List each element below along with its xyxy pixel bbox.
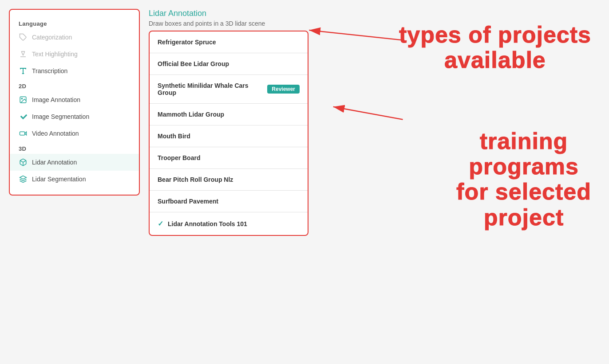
svg-line-3 (23, 51, 25, 55)
svg-rect-9 (20, 132, 25, 135)
project-type-title: Lidar Annotation (149, 9, 600, 18)
lidar-segmentation-icon (19, 175, 28, 184)
text-highlight-icon (19, 50, 28, 59)
lidar-annotation-icon (19, 158, 28, 167)
sidebar-item-lidar-annotation[interactable]: Lidar Annotation (10, 154, 139, 171)
sidebar-item-image-annotation-label: Image Annotation (32, 96, 80, 103)
sidebar-item-video-annotation-label: Video Annotation (32, 130, 79, 137)
check-icon: ✓ (158, 219, 163, 228)
training-item-4-name: Mammoth Lidar Group (158, 111, 224, 118)
training-item-4[interactable]: Mammoth Lidar Group (150, 104, 308, 125)
image-segmentation-icon (19, 112, 28, 121)
content-area: Lidar Annotation Draw boxes and points i… (149, 9, 600, 236)
sidebar-item-categorization-label: Categorization (32, 34, 72, 41)
svg-line-15 (333, 107, 403, 120)
project-type-desc: Draw boxes and points in a 3D lidar scen… (149, 20, 600, 27)
training-item-9-name: Lidar Annotation Tools 101 (168, 220, 247, 227)
transcription-icon (19, 67, 28, 75)
training-item-8[interactable]: Surfboard Pavement (150, 191, 308, 212)
training-item-6-name: Trooper Board (158, 154, 200, 161)
training-item-6[interactable]: Trooper Board (150, 147, 308, 169)
training-item-2[interactable]: Official Bee Lidar Group (150, 53, 308, 75)
training-item-1-name: Refrigerator Spruce (158, 39, 216, 46)
sidebar-item-image-segmentation-label: Image Segmentation (32, 113, 89, 120)
training-item-9[interactable]: ✓ Lidar Annotation Tools 101 (150, 212, 308, 235)
annotation-text-1: types of projectsavailable (399, 22, 591, 73)
training-item-8-name: Surfboard Pavement (158, 198, 218, 205)
training-item-5-name: Mouth Bird (158, 133, 190, 140)
reviewer-badge: Reviewer (267, 85, 300, 94)
training-item-3-name: Synthetic Minilidar Whale Cars Group (158, 82, 259, 96)
svg-point-8 (21, 98, 22, 99)
sidebar-item-categorization[interactable]: Categorization (10, 29, 139, 46)
video-annotation-icon (19, 129, 28, 138)
sidebar-item-text-highlighting[interactable]: Text Highlighting (10, 46, 139, 63)
main-container: Language Categorization Text Highlightin… (0, 0, 609, 245)
training-item-7-name: Bear Pitch Roll Group Nlz (158, 176, 233, 183)
training-item-5[interactable]: Mouth Bird (150, 125, 308, 147)
training-item-3[interactable]: Synthetic Minilidar Whale Cars Group Rev… (150, 75, 308, 104)
svg-line-2 (21, 51, 23, 55)
training-item-2-name: Official Bee Lidar Group (158, 60, 229, 67)
sidebar-item-image-annotation[interactable]: Image Annotation (10, 91, 139, 108)
tag-icon (19, 33, 28, 42)
sidebar-section-language: Language (10, 17, 139, 29)
sidebar-item-transcription[interactable]: Transcription (10, 63, 139, 79)
sidebar-item-transcription-label: Transcription (32, 67, 67, 74)
sidebar-item-lidar-annotation-label: Lidar Annotation (32, 159, 77, 166)
project-type-header: Lidar Annotation Draw boxes and points i… (149, 9, 600, 27)
sidebar-section-2d: 2D (10, 79, 139, 91)
sidebar: Language Categorization Text Highlightin… (9, 9, 140, 196)
sidebar-item-video-annotation[interactable]: Video Annotation (10, 125, 139, 142)
image-annotation-icon (19, 95, 28, 104)
training-item-7[interactable]: Bear Pitch Roll Group Nlz (150, 169, 308, 191)
annotation-text-2: trainingprogramsfor selectedproject (456, 129, 591, 230)
sidebar-item-lidar-segmentation-label: Lidar Segmentation (32, 176, 86, 183)
sidebar-section-3d: 3D (10, 142, 139, 154)
training-list: Refrigerator Spruce Official Bee Lidar G… (149, 31, 308, 236)
svg-line-14 (309, 30, 403, 40)
sidebar-item-image-segmentation[interactable]: Image Segmentation (10, 108, 139, 125)
sidebar-item-text-highlighting-label: Text Highlighting (32, 51, 78, 58)
sidebar-item-lidar-segmentation[interactable]: Lidar Segmentation (10, 171, 139, 188)
training-item-1[interactable]: Refrigerator Spruce (150, 31, 308, 53)
